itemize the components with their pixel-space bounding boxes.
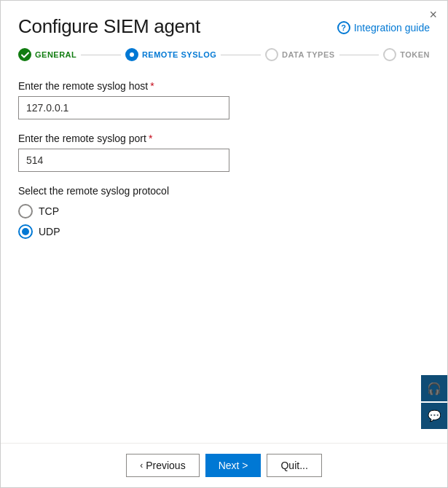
- host-required-star: *: [150, 80, 154, 92]
- tcp-label: TCP: [39, 205, 59, 217]
- previous-button[interactable]: ‹ Previous: [126, 454, 199, 477]
- host-input[interactable]: [18, 96, 229, 119]
- host-field-group: Enter the remote syslog host *: [18, 80, 430, 119]
- page-title: Configure SIEM agent: [18, 15, 200, 38]
- host-label: Enter the remote syslog host *: [18, 80, 430, 92]
- step-remote-syslog-label: REMOTE SYSLOG: [142, 50, 216, 59]
- step-token: TOKEN: [383, 48, 430, 61]
- protocol-field-group: Select the remote syslog protocol TCP UD…: [18, 185, 430, 239]
- tcp-radio-circle: [18, 204, 33, 219]
- protocol-tcp-option[interactable]: TCP: [18, 204, 430, 219]
- step-general-icon: [18, 48, 31, 61]
- next-button[interactable]: Next >: [205, 454, 262, 477]
- previous-label: Previous: [146, 460, 185, 471]
- port-label: Enter the remote syslog port *: [18, 133, 430, 144]
- step-line-2: [221, 55, 261, 55]
- step-remote-syslog: REMOTE SYSLOG: [125, 48, 216, 61]
- integration-guide-link[interactable]: ? Integration guide: [337, 21, 430, 34]
- udp-radio-inner: [22, 228, 29, 235]
- footer: ‹ Previous Next > Quit...: [1, 443, 447, 487]
- step-data-types: DATA TYPES: [265, 48, 335, 61]
- headset-button[interactable]: 🎧: [421, 375, 447, 401]
- headset-icon: 🎧: [427, 382, 441, 395]
- host-label-text: Enter the remote syslog host: [18, 80, 148, 92]
- protocol-udp-option[interactable]: UDP: [18, 224, 430, 239]
- configure-siem-dialog: × Configure SIEM agent ? Integration gui…: [0, 0, 448, 488]
- step-line-1: [81, 55, 121, 55]
- side-panel: 🎧 💬: [421, 375, 447, 429]
- integration-guide-label: Integration guide: [354, 22, 430, 34]
- step-token-icon: [383, 48, 396, 61]
- udp-radio-circle: [18, 224, 33, 239]
- stepper: GENERAL REMOTE SYSLOG DATA TYPES TOKEN: [1, 42, 447, 73]
- step-line-3: [339, 55, 380, 55]
- next-label: Next >: [219, 460, 248, 471]
- step-data-types-label: DATA TYPES: [282, 50, 335, 59]
- title-bar: Configure SIEM agent ? Integration guide: [1, 1, 447, 42]
- step-data-types-icon: [265, 48, 278, 61]
- previous-chevron-icon: ‹: [140, 460, 143, 471]
- udp-label: UDP: [39, 226, 60, 237]
- quit-button[interactable]: Quit...: [267, 454, 321, 477]
- step-token-label: TOKEN: [400, 50, 430, 59]
- port-required-star: *: [149, 133, 152, 144]
- chat-icon: 💬: [428, 409, 441, 422]
- chat-button[interactable]: 💬: [421, 403, 447, 429]
- svg-point-0: [130, 52, 134, 57]
- step-general: GENERAL: [18, 48, 76, 61]
- step-remote-syslog-icon: [125, 48, 138, 61]
- help-icon: ?: [337, 21, 350, 34]
- port-input[interactable]: [18, 149, 229, 172]
- close-icon: ×: [429, 7, 437, 22]
- step-general-label: GENERAL: [35, 50, 76, 59]
- port-label-text: Enter the remote syslog port: [18, 133, 146, 144]
- port-field-group: Enter the remote syslog port *: [18, 133, 430, 172]
- form-content: Enter the remote syslog host * Enter the…: [1, 73, 447, 443]
- protocol-label: Select the remote syslog protocol: [18, 185, 430, 197]
- protocol-radio-group: TCP UDP: [18, 204, 430, 239]
- close-button[interactable]: ×: [429, 8, 437, 21]
- quit-label: Quit...: [280, 460, 307, 471]
